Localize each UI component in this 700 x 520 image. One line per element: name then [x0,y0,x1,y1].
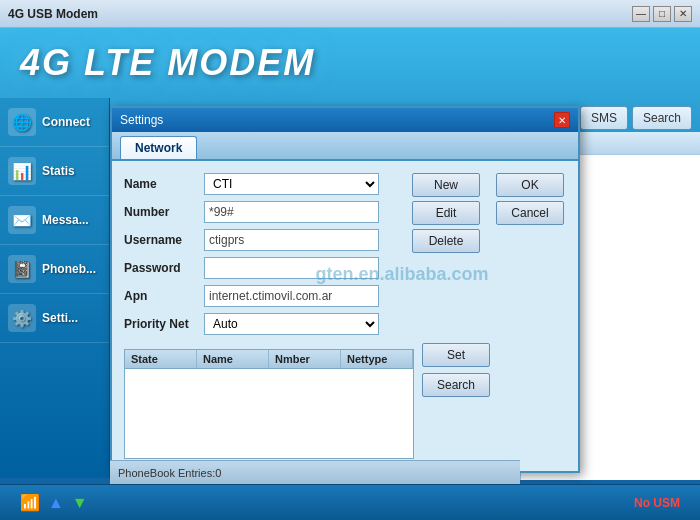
priority-label: Priority Net [124,317,204,331]
dialog-title-bar: Settings ✕ [112,108,578,132]
form-row-password: Password [124,257,404,279]
search-top-button[interactable]: Search [632,106,692,130]
phonebook-entries-text: PhoneBook Entries:0 [118,467,221,479]
connect-icon: 🌐 [8,108,36,136]
app-title: 4G USB Modem [8,7,98,21]
messages-icon: ✉️ [8,206,36,234]
dialog-content: Name CTI Number Username Password [112,161,578,471]
title-bar: 4G USB Modem — □ ✕ [0,0,700,28]
col-number: Nmber [269,350,341,368]
dialog-close-button[interactable]: ✕ [554,112,570,128]
username-label: Username [124,233,204,247]
search-dialog-button[interactable]: Search [422,373,490,397]
sidebar-item-connect[interactable]: 🌐 Connect [0,98,109,147]
minimize-button[interactable]: — [632,6,650,22]
form-row-name: Name CTI [124,173,404,195]
window-controls: — □ ✕ [632,6,692,22]
tab-network[interactable]: Network [120,136,197,159]
password-input[interactable] [204,257,379,279]
sidebar-item-messages[interactable]: ✉️ Messa... [0,196,109,245]
sidebar-item-stats[interactable]: 📊 Statis [0,147,109,196]
dialog-title-text: Settings [120,113,163,127]
new-button[interactable]: New [412,173,480,197]
modem-title: 4G LTE MODEM [20,42,315,84]
sidebar: 🌐 Connect 📊 Statis ✉️ Messa... 📓 Phoneb.… [0,98,110,478]
stats-icon: 📊 [8,157,36,185]
number-label: Number [124,205,204,219]
form-row-priority: Priority Net Auto [124,313,404,335]
phonebook-icon: 📓 [8,255,36,283]
status-text: No USM [634,496,680,510]
name-select[interactable]: CTI [204,173,379,195]
maximize-button[interactable]: □ [653,6,671,22]
tab-bar: Network [112,132,578,161]
close-window-button[interactable]: ✕ [674,6,692,22]
form-row-number: Number [124,201,404,223]
col-name: Name [197,350,269,368]
bottom-icons: 📶 ▲ ▼ [20,493,88,512]
priority-select[interactable]: Auto [204,313,379,335]
apn-label: Apn [124,289,204,303]
form-row-username: Username [124,229,404,251]
number-input[interactable] [204,201,379,223]
apn-input[interactable] [204,285,379,307]
network-table: State Name Nmber Nettype [124,349,414,459]
form-section: Name CTI Number Username Password [124,173,404,341]
sidebar-item-settings[interactable]: ⚙️ Setti... [0,294,109,343]
cancel-button[interactable]: Cancel [496,201,564,225]
ok-cancel-buttons: OK Cancel [496,173,566,225]
col-nettype: Nettype [341,350,413,368]
bottom-icon-upload: ▲ [48,494,64,512]
app-body: 4G LTE MODEM 🌐 Connect 📊 Statis ✉️ Messa… [0,28,700,520]
form-row-apn: Apn [124,285,404,307]
password-label: Password [124,261,204,275]
table-header: State Name Nmber Nettype [125,350,413,369]
name-label: Name [124,177,204,191]
modem-header: 4G LTE MODEM [0,28,700,98]
username-input[interactable] [204,229,379,251]
settings-dialog: Settings ✕ Network Name CTI Number [110,106,580,473]
ok-button[interactable]: OK [496,173,564,197]
col-state: State [125,350,197,368]
bottom-bar: 📶 ▲ ▼ No USM [0,484,700,520]
sms-button[interactable]: SMS [580,106,628,130]
action-buttons: New Edit Delete [412,173,492,253]
bottom-icon-signal: 📶 [20,493,40,512]
delete-button[interactable]: Delete [412,229,480,253]
phonebook-bar: PhoneBook Entries:0 [110,460,520,484]
set-button[interactable]: Set [422,343,490,367]
settings-icon: ⚙️ [8,304,36,332]
bottom-icon-download: ▼ [72,494,88,512]
sidebar-item-phonebook[interactable]: 📓 Phoneb... [0,245,109,294]
edit-button[interactable]: Edit [412,201,480,225]
